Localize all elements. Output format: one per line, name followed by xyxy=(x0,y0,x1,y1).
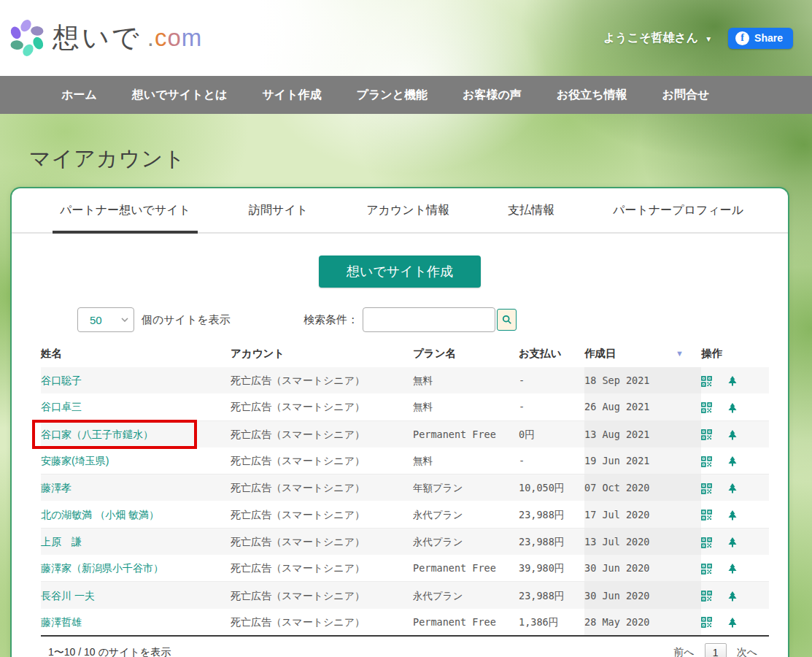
nav-item-5[interactable]: お役立ち情報 xyxy=(557,88,627,103)
ops-cell xyxy=(701,555,769,582)
ops-cell xyxy=(701,447,769,474)
facebook-share-button[interactable]: f Share xyxy=(728,28,793,49)
created-date-cell: 07 Oct 2020 xyxy=(584,474,701,502)
account-cell: 死亡広告（スマートシニア） xyxy=(231,528,413,555)
family-tree-icon[interactable] xyxy=(727,537,738,548)
site-name-link[interactable]: 藤澤哲雄 xyxy=(41,616,82,628)
top-bar: 想いで .com ようこそ哲雄さん ▼ f Share xyxy=(0,0,812,76)
logo-name: 想いで xyxy=(53,20,142,56)
tab-1[interactable]: 訪問サイト xyxy=(249,188,308,232)
payment-cell: - xyxy=(519,367,584,393)
tab-4[interactable]: パートナープロフィール xyxy=(613,188,743,232)
header-name[interactable]: 姓名 xyxy=(41,341,231,367)
plan-cell: 永代プラン xyxy=(413,501,519,528)
qr-code-icon[interactable] xyxy=(701,402,712,413)
ops-cell xyxy=(701,528,769,555)
family-tree-icon[interactable] xyxy=(727,510,738,521)
search-label: 検索条件： xyxy=(303,313,358,327)
ops-cell xyxy=(701,609,769,636)
nav-item-0[interactable]: ホーム xyxy=(61,88,97,103)
current-page-button[interactable]: 1 xyxy=(705,643,727,657)
nav-item-6[interactable]: お問合せ xyxy=(662,88,710,103)
payment-cell: 0円 xyxy=(519,420,584,447)
create-site-button[interactable]: 想いでサイト作成 xyxy=(319,256,481,288)
page-title: マイアカウント xyxy=(0,114,812,187)
payment-cell: - xyxy=(519,393,584,420)
created-date-cell: 18 Sep 2021 xyxy=(584,367,701,393)
plan-cell: 永代プラン xyxy=(413,528,519,555)
payment-cell: 1,386円 xyxy=(519,609,584,636)
sites-table: 姓名 アカウント プラン名 お支払い 作成日▼ 操作 谷口聡子 死亡広告（スマー… xyxy=(12,341,788,657)
family-tree-icon[interactable] xyxy=(727,375,738,387)
site-name-link[interactable]: 谷口聡子 xyxy=(41,374,82,386)
qr-code-icon[interactable] xyxy=(701,537,712,548)
tab-0[interactable]: パートナー想いでサイト xyxy=(60,188,190,232)
search-group: 検索条件： xyxy=(303,307,517,332)
qr-code-icon[interactable] xyxy=(701,376,712,387)
nav-item-1[interactable]: 想いでサイトとは xyxy=(132,88,228,103)
ops-cell xyxy=(701,393,769,420)
family-tree-icon[interactable] xyxy=(727,429,738,441)
next-page-button[interactable]: 次へ xyxy=(737,646,757,657)
account-cell: 死亡広告（スマートシニア） xyxy=(231,609,413,636)
nav-item-2[interactable]: サイト作成 xyxy=(262,88,321,103)
site-name-link[interactable]: 北の湖敏満 （小畑 敏満） xyxy=(41,509,159,520)
plan-cell: 永代プラン xyxy=(413,582,519,609)
payment-cell: 23,988円 xyxy=(519,582,584,609)
search-icon xyxy=(502,315,512,325)
account-cell: 死亡広告（スマートシニア） xyxy=(231,420,413,447)
plan-cell: 年額プラン xyxy=(413,474,519,502)
search-input[interactable] xyxy=(363,307,495,332)
family-tree-icon[interactable] xyxy=(727,483,738,494)
qr-code-icon[interactable] xyxy=(701,456,712,467)
qr-code-icon[interactable] xyxy=(701,429,712,440)
qr-code-icon[interactable] xyxy=(701,617,712,628)
created-date-cell: 13 Aug 2021 xyxy=(584,420,701,447)
header-created[interactable]: 作成日▼ xyxy=(584,341,701,367)
created-date-cell: 13 Jul 2020 xyxy=(584,528,701,555)
ops-cell xyxy=(701,367,769,393)
table-row: 藤澤孝 死亡広告（スマートシニア） 年額プラン 10,050円 07 Oct 2… xyxy=(41,474,769,502)
site-name-link[interactable]: 長谷川 一夫 xyxy=(41,590,95,602)
table-row: 北の湖敏満 （小畑 敏満） 死亡広告（スマートシニア） 永代プラン 23,988… xyxy=(41,501,769,528)
family-tree-icon[interactable] xyxy=(727,591,738,602)
payment-cell: 23,988円 xyxy=(519,528,584,555)
account-cell: 死亡広告（スマートシニア） xyxy=(231,582,413,609)
prev-page-button[interactable]: 前へ xyxy=(673,646,694,657)
family-tree-icon[interactable] xyxy=(727,402,738,414)
logo-petals-icon xyxy=(7,18,47,58)
nav-item-3[interactable]: プランと機能 xyxy=(357,88,428,103)
table-row: 谷口卓三 死亡広告（スマートシニア） 無料 - 26 Aug 2021 xyxy=(41,393,769,420)
sort-desc-icon: ▼ xyxy=(676,349,684,358)
qr-code-icon[interactable] xyxy=(701,564,712,575)
qr-code-icon[interactable] xyxy=(701,591,712,602)
site-name-link[interactable]: 谷口卓三 xyxy=(41,401,82,412)
header-payment[interactable]: お支払い xyxy=(519,341,584,367)
caret-down-icon: ▼ xyxy=(705,35,712,43)
tab-3[interactable]: 支払情報 xyxy=(508,188,554,232)
user-menu[interactable]: ようこそ哲雄さん ▼ xyxy=(603,31,712,46)
family-tree-icon[interactable] xyxy=(727,617,738,629)
created-date-cell: 28 May 2020 xyxy=(584,609,701,636)
account-cell: 死亡広告（スマートシニア） xyxy=(231,501,413,528)
search-button[interactable] xyxy=(497,309,517,331)
site-name-link[interactable]: 上原 謙 xyxy=(41,536,82,548)
page-size-select[interactable]: 50 xyxy=(77,307,134,332)
qr-code-icon[interactable] xyxy=(701,483,712,494)
list-controls: 50 個のサイトを表示 検索条件： xyxy=(12,307,788,332)
tab-2[interactable]: アカウント情報 xyxy=(366,188,449,232)
family-tree-icon[interactable] xyxy=(727,456,738,467)
header-account[interactable]: アカウント xyxy=(231,341,413,367)
header-plan[interactable]: プラン名 xyxy=(413,341,519,367)
site-name-link[interactable]: 安藤家(埼玉県) xyxy=(41,455,109,466)
plan-cell: 無料 xyxy=(413,367,519,393)
site-logo[interactable]: 想いで .com xyxy=(7,18,202,58)
site-name-link[interactable]: 藤澤孝 xyxy=(41,482,71,493)
qr-code-icon[interactable] xyxy=(701,510,712,520)
nav-item-4[interactable]: お客様の声 xyxy=(463,88,522,103)
family-tree-icon[interactable] xyxy=(727,563,738,575)
ops-cell xyxy=(701,420,769,447)
site-name-link[interactable]: 藤澤家（新潟県小千谷市） xyxy=(41,562,163,574)
share-label: Share xyxy=(754,32,783,44)
site-name-link[interactable]: 谷口家（八王子市鑓水） xyxy=(41,429,153,440)
